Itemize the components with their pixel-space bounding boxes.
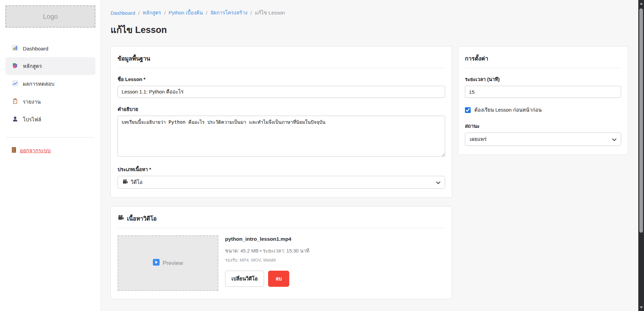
logo-text: Logo [43, 13, 58, 21]
sidebar-item-profile[interactable]: โปรไฟล์ [5, 111, 95, 128]
video-content-title: เนื้อหาวิดีโอ [127, 214, 157, 223]
video-camera-icon [122, 179, 128, 186]
description-label: คำอธิบาย [118, 105, 445, 113]
sidebar-item-label: โปรไฟล์ [23, 115, 41, 124]
lesson-name-label: ชื่อ Lesson * [118, 75, 445, 83]
sidebar-nav: Dashboard หลักสูตร ผลการทดสอบ รายงาน โปร… [5, 40, 95, 128]
duration-label: ระยะเวลา (นาที) [465, 75, 621, 83]
video-info: python_intro_lesson1.mp4 ขนาด: 45.2 MB •… [225, 235, 309, 291]
sidebar-item-dashboard[interactable]: Dashboard [5, 40, 95, 57]
duration-field-group: ระยะเวลา (นาที) [465, 75, 621, 98]
chevron-down-icon [436, 180, 440, 185]
preview-label: Preview [163, 260, 183, 267]
settings-header: การตั้งค่า [465, 54, 621, 63]
content-type-label: ประเภทเนื้อหา * [118, 165, 445, 173]
prerequisite-label: ต้องเรียน Lesson ก่อนหน้าก่อน [474, 106, 542, 114]
scrollbar-up-arrow[interactable] [638, 1, 644, 6]
card-divider [465, 68, 621, 68]
page-title: แก้ไข Lesson [111, 23, 628, 37]
description-textarea[interactable]: บทเรียนนี้จะอธิบายว่า Python คืออะไร ประ… [118, 116, 445, 157]
lesson-name-input[interactable] [118, 86, 445, 98]
play-icon [153, 259, 160, 267]
basic-info-header: ข้อมูลพื้นฐาน [118, 54, 445, 63]
video-preview[interactable]: Preview [118, 235, 218, 291]
content-row: ข้อมูลพื้นฐาน ชื่อ Lesson * คำอธิบาย บทเ… [111, 46, 628, 299]
breadcrumb-separator: / [250, 10, 252, 16]
prerequisite-checkbox[interactable] [465, 107, 471, 113]
content-type-field-group: ประเภทเนื้อหา * วิดีโอ [118, 165, 445, 189]
card-divider [118, 228, 445, 228]
scrollbar-down-arrow[interactable] [638, 305, 644, 310]
breadcrumb-link-course[interactable]: Python เบื้องต้น [169, 9, 203, 17]
breadcrumb: Dashboard / หลักสูตร / Python เบื้องต้น … [111, 9, 628, 17]
sidebar-item-label: หลักสูตร [23, 62, 42, 70]
scrollbar-thumb[interactable] [639, 8, 643, 233]
logout-label: ออกจากระบบ [20, 146, 51, 155]
description-field-group: คำอธิบาย บทเรียนนี้จะอธิบายว่า Python คื… [118, 105, 445, 158]
sidebar-divider [6, 137, 95, 138]
sidebar-item-reports[interactable]: รายงาน [5, 93, 95, 111]
reports-icon [12, 98, 18, 106]
basic-info-card: ข้อมูลพื้นฐาน ชื่อ Lesson * คำอธิบาย บทเ… [111, 46, 452, 198]
main-content: Dashboard / หลักสูตร / Python เบื้องต้น … [101, 0, 638, 311]
video-buttons: เปลี่ยนวิดีโอ ลบ [225, 271, 309, 287]
profile-icon [12, 116, 18, 123]
breadcrumb-separator: / [138, 10, 139, 16]
status-label: สถานะ [465, 122, 621, 130]
video-filename: python_intro_lesson1.mp4 [225, 236, 309, 242]
dashboard-icon [12, 45, 18, 52]
delete-video-button[interactable]: ลบ [268, 271, 289, 287]
sidebar-item-results[interactable]: ผลการทดสอบ [5, 75, 95, 93]
chevron-down-icon [612, 137, 616, 142]
left-column: ข้อมูลพื้นฐาน ชื่อ Lesson * คำอธิบาย บทเ… [111, 46, 452, 299]
sidebar-item-label: Dashboard [23, 46, 48, 52]
content-type-select[interactable]: วิดีโอ [118, 176, 445, 189]
sidebar-item-courses[interactable]: หลักสูตร [5, 57, 95, 75]
logout-link[interactable]: ออกจากระบบ [5, 146, 95, 155]
duration-input[interactable] [465, 86, 621, 98]
sidebar-item-label: รายงาน [23, 98, 41, 106]
sidebar-item-label: ผลการทดสอบ [23, 80, 54, 88]
content-type-value: วิดีโอ [131, 178, 433, 186]
logout-door-icon [11, 147, 16, 154]
breadcrumb-separator: / [164, 10, 166, 16]
scrollbar [638, 0, 644, 311]
right-column: การตั้งค่า ระยะเวลา (นาที) ต้องเรียน Les… [458, 46, 628, 155]
status-select[interactable]: เผยแพร่ [465, 132, 621, 146]
status-value: เผยแพร่ [470, 135, 609, 143]
breadcrumb-link-structure[interactable]: จัดการโครงสร้าง [210, 9, 248, 17]
video-camera-icon [118, 215, 124, 223]
prerequisite-row: ต้องเรียน Lesson ก่อนหน้าก่อน [465, 106, 621, 114]
video-content-card: เนื้อหาวิดีโอ Preview python_intro_lesso… [111, 206, 452, 299]
video-formats: รองรับ: MP4, MOV, WebM [225, 257, 309, 264]
status-field-group: สถานะ เผยแพร่ [465, 122, 621, 146]
breadcrumb-link-dashboard[interactable]: Dashboard [111, 10, 135, 16]
settings-card: การตั้งค่า ระยะเวลา (นาที) ต้องเรียน Les… [458, 46, 628, 155]
courses-icon [12, 63, 18, 70]
card-divider [118, 68, 445, 68]
breadcrumb-current: แก้ไข Lesson [255, 9, 285, 17]
breadcrumb-separator: / [206, 10, 207, 16]
change-video-button[interactable]: เปลี่ยนวิดีโอ [225, 271, 264, 287]
breadcrumb-link-courses[interactable]: หลักสูตร [143, 9, 161, 17]
logo: Logo [5, 5, 95, 28]
video-content-header: เนื้อหาวิดีโอ [118, 214, 445, 223]
results-icon [12, 80, 18, 88]
lesson-name-field-group: ชื่อ Lesson * [118, 75, 445, 98]
video-meta: ขนาด: 45.2 MB • ระยะเวลา: 15:30 นาที [225, 247, 309, 255]
video-body: Preview python_intro_lesson1.mp4 ขนาด: 4… [118, 235, 445, 291]
sidebar: Logo Dashboard หลักสูตร ผลการทดสอบ รายงา… [0, 0, 101, 311]
